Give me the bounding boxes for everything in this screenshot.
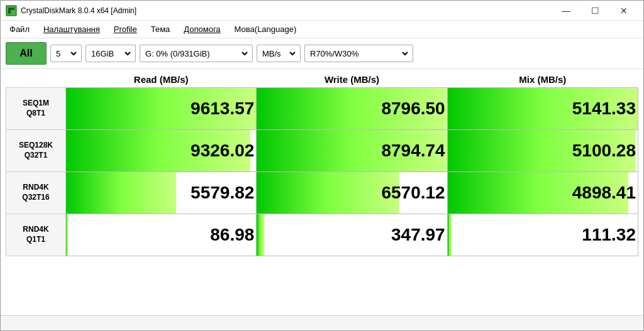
read-value: 86.98: [66, 214, 257, 256]
table-row: SEQ128KQ32T19326.028794.745100.28: [6, 130, 638, 172]
write-value: 347.97: [257, 214, 447, 256]
drive-select[interactable]: G: 0% (0/931GiB): [143, 48, 250, 59]
app-icon: [6, 5, 17, 16]
main-content: Read (MB/s) Write (MB/s) Mix (MB/s) SEQ1…: [1, 69, 643, 315]
restore-button[interactable]: ☐: [580, 1, 609, 21]
count-dropdown[interactable]: 1 3 5 9: [50, 45, 82, 62]
mix-value: 5141.33: [447, 88, 638, 130]
mix-value: 4898.41: [447, 172, 638, 214]
profile-select[interactable]: Default Peak Performance Real World Perf…: [308, 48, 410, 59]
write-value: 6570.12: [257, 172, 447, 214]
header-mix: Mix (MB/s): [447, 72, 638, 88]
menu-language[interactable]: Мова(Language): [228, 22, 303, 36]
table-row: SEQ1MQ8T19613.578796.505141.33: [6, 88, 638, 130]
close-button[interactable]: ✕: [609, 1, 638, 21]
title-bar-controls: — ☐ ✕: [552, 1, 638, 21]
all-button[interactable]: All: [6, 42, 47, 65]
svg-rect-3: [8, 8, 14, 10]
menu-settings[interactable]: Налаштування: [37, 22, 106, 36]
row-label: RND4KQ1T1: [6, 214, 66, 256]
table-row: RND4KQ1T186.98347.97111.32: [6, 214, 638, 256]
row-label: SEQ128KQ32T1: [6, 130, 66, 172]
status-bar: [1, 315, 643, 330]
row-label: RND4KQ32T16: [6, 172, 66, 214]
title-bar: CrystalDiskMark 8.0.4 x64 [Admin] — ☐ ✕: [1, 1, 643, 21]
window-title: CrystalDiskMark 8.0.4 x64 [Admin]: [21, 6, 136, 15]
write-value: 8794.74: [257, 130, 447, 172]
row-label: SEQ1MQ8T1: [6, 88, 66, 130]
header-write: Write (MB/s): [257, 72, 447, 88]
title-bar-left: CrystalDiskMark 8.0.4 x64 [Admin]: [6, 5, 136, 16]
menu-theme[interactable]: Тема: [145, 22, 177, 36]
size-select[interactable]: 512MiB 1GiB 2GiB 4GiB 8GiB 16GiB 32GiB 6…: [89, 48, 133, 59]
size-dropdown[interactable]: 512MiB 1GiB 2GiB 4GiB 8GiB 16GiB 32GiB 6…: [86, 45, 136, 62]
benchmark-table: Read (MB/s) Write (MB/s) Mix (MB/s) SEQ1…: [6, 72, 638, 256]
read-value: 5579.82: [66, 172, 257, 214]
main-window: CrystalDiskMark 8.0.4 x64 [Admin] — ☐ ✕ …: [0, 0, 644, 331]
toolbar: All 1 3 5 9 512MiB 1GiB 2GiB 4GiB 8GiB 1…: [1, 38, 643, 69]
drive-dropdown[interactable]: G: 0% (0/931GiB): [140, 45, 253, 62]
count-select[interactable]: 1 3 5 9: [53, 48, 79, 59]
mix-value: 5100.28: [447, 130, 638, 172]
read-value: 9326.02: [66, 130, 257, 172]
unit-dropdown[interactable]: MB/s GB/s IOPS μs: [257, 45, 301, 62]
menu-help[interactable]: Допомога: [177, 22, 226, 36]
header-read: Read (MB/s): [66, 72, 257, 88]
table-row: RND4KQ32T165579.826570.124898.41: [6, 172, 638, 214]
menu-bar: Файл Налаштування Profile Тема Допомога …: [1, 21, 643, 38]
menu-profile[interactable]: Profile: [108, 22, 143, 36]
read-value: 9613.57: [66, 88, 257, 130]
mix-value: 111.32: [447, 214, 638, 256]
menu-file[interactable]: Файл: [3, 22, 36, 36]
profile-dropdown[interactable]: Default Peak Performance Real World Perf…: [304, 45, 413, 62]
unit-select[interactable]: MB/s GB/s IOPS μs: [260, 48, 297, 59]
write-value: 8796.50: [257, 88, 447, 130]
minimize-button[interactable]: —: [552, 1, 580, 21]
